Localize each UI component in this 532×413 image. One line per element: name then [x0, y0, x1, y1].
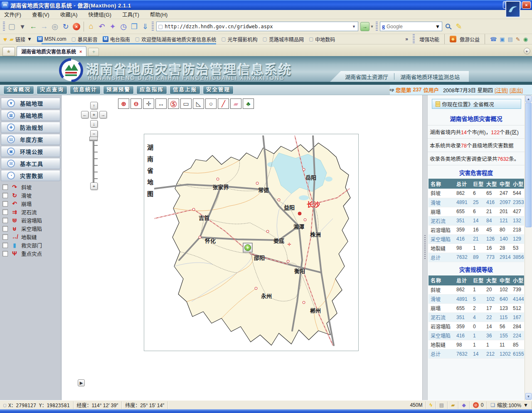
favorites-star-button[interactable]: ★ [2, 47, 15, 56]
tab-active[interactable]: 湖南省地质灾害信息系统 × [17, 46, 86, 56]
undo-icon[interactable]: ↶ [96, 21, 107, 32]
city-marker[interactable] [192, 208, 195, 211]
highlighter-icon[interactable]: ✎ [453, 21, 464, 32]
layer-checkbox[interactable] [2, 193, 8, 198]
messenger-icon[interactable]: ☎ [490, 36, 497, 42]
sidebar-button[interactable]: ◔ 灾害数据 [1, 170, 60, 181]
history-clock-icon[interactable]: ◷ [118, 21, 129, 32]
magic-wand-icon[interactable]: ✦ [107, 21, 118, 32]
note-icon[interactable]: ▤ [507, 36, 512, 42]
scrollbar-thumb[interactable] [525, 103, 532, 227]
go-dropdown-icon[interactable]: ▼ [369, 21, 374, 32]
maxthon-charity-link[interactable]: 傲游公益 [460, 36, 480, 43]
layer-checkbox[interactable] [2, 209, 8, 215]
layer-checkbox[interactable] [2, 201, 8, 206]
print-icon[interactable]: ▤ [436, 401, 448, 409]
sidebar-button[interactable]: ▤ 年度方案 [1, 134, 60, 145]
zoom-control[interactable]: ❏ 缩放:100% ▼ [487, 401, 532, 409]
layer-checkbox[interactable] [2, 184, 8, 190]
url-dropdown-icon[interactable]: ▼ [351, 25, 357, 29]
pan-down-button[interactable]: ↓ [90, 120, 98, 128]
sidebar-button[interactable]: ▦ 基础地质 [1, 110, 60, 121]
bookmark-item[interactable]: ▢ 暴风影音 [71, 36, 97, 43]
city-marker[interactable] [303, 168, 305, 171]
notes-icon[interactable]: ◆ [458, 401, 469, 409]
map-tool-button[interactable]: ◺ [193, 98, 204, 109]
window-icon[interactable]: ❐ [129, 21, 140, 32]
search-dropdown-icon[interactable]: ▼ [435, 24, 440, 30]
new-page-icon[interactable]: ▢ [6, 21, 17, 32]
city-marker[interactable] [278, 199, 281, 202]
map-tool-button[interactable]: ♣ [243, 98, 254, 109]
scroll-up-icon[interactable]: ▲ [525, 96, 532, 102]
panel-icon[interactable]: ▣ [500, 36, 505, 42]
bookmark-item[interactable]: ▢ 觅路城市精品网 [263, 36, 304, 43]
search-icon[interactable] [446, 24, 450, 28]
tab-list-button[interactable]: ▸ [524, 48, 530, 54]
nav-tab[interactable]: 信息上报 [170, 86, 200, 94]
bookmark-folder[interactable]: ▰ 链接 ▼ [10, 36, 32, 43]
menu-item[interactable]: 帮助(H) [150, 10, 167, 18]
back-icon[interactable]: ← [28, 21, 39, 32]
city-marker[interactable] [303, 301, 305, 304]
stop-icon[interactable]: × [71, 21, 82, 32]
enhance-features-link[interactable]: 增强功能 [419, 36, 439, 43]
layer-checkbox[interactable] [2, 243, 8, 248]
layer-checkbox[interactable] [2, 234, 8, 240]
tab-close-icon[interactable]: × [79, 49, 82, 54]
dropdown-icon[interactable]: ▾ [17, 21, 28, 32]
layer-checkbox[interactable] [2, 251, 8, 256]
favorites-heart-icon[interactable]: ♥ [3, 36, 7, 43]
vertical-scrollbar[interactable]: ▲ ▼ [525, 95, 532, 400]
zoom-slider-thumb[interactable] [89, 137, 98, 140]
map-canvas[interactable]: 张家界常德岳阳益阳长沙吉首湘潭株洲怀化娄底邵阳衡阳永州郴州 + ✛ [154, 135, 358, 350]
map-tool-button[interactable]: ↔ [155, 98, 167, 109]
nav-tab[interactable]: 应急指挥 [136, 86, 167, 94]
link-land-resources[interactable]: 湖南省国土资源厅 [345, 73, 388, 81]
zoom-in-step-button[interactable]: + [90, 182, 98, 190]
link-geo-monitor-station[interactable]: 湖南省地质环境监测总站 [400, 73, 460, 81]
forward-icon[interactable]: → [39, 21, 49, 32]
menu-item[interactable]: 快捷组(G) [88, 10, 111, 18]
bookmark-item[interactable]: ▢ 欢迎登陆湖南省地质灾害信息系统 [135, 36, 216, 43]
pan-right-button[interactable]: → [99, 111, 107, 118]
bookmark-item[interactable]: ▢ 光年摄影机构 [221, 36, 257, 43]
menu-item[interactable]: 收藏(A) [60, 10, 78, 18]
pan-left-button[interactable]: ← [81, 111, 89, 118]
bookmark-item[interactable]: ▢ 中地数码 [309, 36, 335, 43]
panel-splitter[interactable] [422, 95, 427, 400]
city-marker[interactable] [266, 230, 269, 233]
map-marker-add-button[interactable]: + [243, 243, 253, 253]
menu-item[interactable]: 文件(F) [4, 10, 21, 18]
refresh-icon[interactable]: ↻ [60, 21, 71, 32]
city-marker[interactable] [304, 219, 307, 221]
nav-tab[interactable]: 灾点查询 [37, 86, 67, 94]
boost-icon[interactable]: ϟ [426, 401, 436, 409]
map-tool-button[interactable]: Ⓢ [168, 98, 179, 109]
pan-center-button[interactable]: + [90, 111, 98, 118]
world-icon[interactable]: ◉ [523, 36, 528, 42]
url-input[interactable] [165, 24, 351, 30]
city-marker[interactable] [217, 178, 219, 181]
map-tool-button[interactable]: ⊕ [118, 98, 129, 109]
sidebar-collapse-button[interactable]: ▶ [78, 379, 85, 386]
close-button[interactable]: × [522, 1, 531, 9]
map-tool-button[interactable]: ○ [205, 98, 217, 109]
nav-tab[interactable]: 信息统计 [70, 86, 101, 94]
go-button[interactable]: → [360, 22, 369, 31]
bookmark-item[interactable]: M 电台指南 [103, 36, 130, 43]
search-box[interactable]: g ▼ [380, 22, 442, 31]
pan-up-button[interactable]: ↑ [90, 102, 98, 109]
maxthon-shield-icon[interactable]: ◆ [450, 36, 456, 42]
map-tool-button[interactable]: ⊖ [131, 98, 142, 109]
map-tool-button[interactable]: ╱ [218, 98, 229, 109]
home-icon[interactable]: ⌂ [86, 21, 96, 32]
scroll-down-icon[interactable]: ▼ [525, 393, 532, 400]
city-marker[interactable] [298, 212, 302, 216]
menu-item[interactable]: 工具(T) [122, 10, 139, 18]
address-bar[interactable]: ▢ ▼ [156, 22, 358, 31]
map-tool-button[interactable]: ▭ [180, 98, 192, 109]
pen-cup-icon[interactable]: ✎ [516, 36, 520, 42]
exit-link[interactable]: [退出] [510, 86, 523, 94]
city-marker[interactable] [255, 287, 258, 290]
